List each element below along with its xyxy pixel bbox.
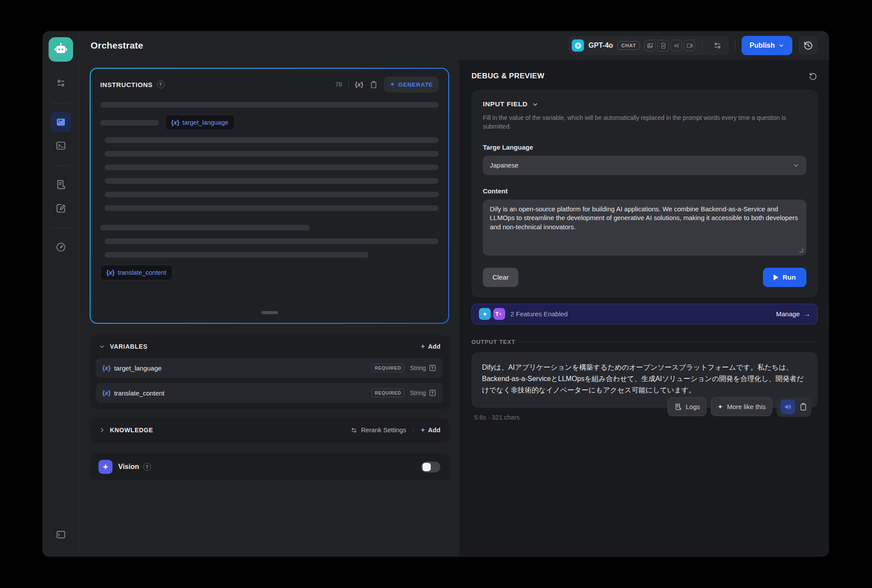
logs-button[interactable]: Logs [668, 397, 707, 416]
variable-name: translate_content [114, 389, 165, 397]
output-text: Difyは、AIアプリケーションを構築するためのオープンソースプラットフォームで… [482, 362, 807, 396]
run-button[interactable]: Run [763, 268, 806, 287]
variable-chip-translate-content[interactable]: {x} translate_content [100, 265, 172, 280]
audio-capability-icon [671, 40, 682, 51]
string-type-icon [429, 364, 436, 372]
collapse-variables-button[interactable] [98, 343, 105, 350]
toolbar-divider [348, 81, 349, 88]
document-capability-icon [658, 40, 669, 51]
sidebar-item-terminal[interactable] [51, 136, 71, 156]
sidebar-divider [52, 165, 70, 166]
plus-icon: + [421, 426, 425, 434]
sidebar-item-logs[interactable] [51, 175, 71, 195]
features-enabled-text: 2 Features Enabled [510, 310, 568, 318]
generate-button[interactable]: ✦ GENERATE [384, 77, 439, 92]
variable-chip-label: translate_content [118, 269, 166, 276]
model-name: GPT-4o [588, 42, 613, 49]
target-language-label: Targe Language [483, 144, 806, 151]
more-like-this-button[interactable]: ✦ More like this [711, 397, 772, 416]
sidebar-item-annotation[interactable] [51, 198, 71, 218]
features-bar[interactable]: ✦ T 2 Features Enabled Manage → [471, 304, 818, 325]
publish-label: Publish [749, 42, 775, 49]
vision-title: Vision [118, 463, 139, 471]
header-divider [735, 40, 735, 51]
chevron-right-icon [98, 427, 105, 434]
clear-button[interactable]: Clear [483, 268, 518, 287]
copy-button[interactable] [369, 80, 378, 89]
plus-icon: + [421, 342, 425, 351]
content-input[interactable]: Dify is an open-source platform for buil… [483, 200, 806, 254]
skeleton-line [105, 178, 439, 184]
resize-grip-icon[interactable] [799, 248, 803, 252]
vision-panel: Vision ? [90, 454, 449, 480]
skeleton-line [105, 164, 439, 170]
rerank-label: Rerank Settings [361, 427, 406, 434]
model-selector[interactable]: GPT-4o CHAT [568, 36, 729, 55]
help-icon[interactable]: ? [157, 80, 165, 88]
speaker-icon [784, 402, 792, 411]
manage-features-button[interactable]: Manage → [776, 310, 810, 318]
sidebar-item-orchestrate[interactable] [51, 112, 71, 132]
openai-logo [572, 39, 584, 52]
gauge-icon [55, 242, 67, 253]
text-to-speech-button[interactable] [781, 399, 795, 414]
instructions-panel: INSTRUCTIONS ? 78 {x} [90, 68, 449, 324]
arrow-right-icon: → [804, 310, 810, 318]
audio-actions [777, 397, 812, 417]
pill-divider [702, 40, 703, 51]
run-label: Run [783, 273, 796, 281]
chevron-down-icon [792, 162, 799, 169]
app-logo-robot[interactable] [49, 37, 73, 62]
string-type-icon [429, 389, 436, 397]
rerank-settings-button[interactable]: Rerank Settings [350, 427, 406, 434]
text-to-speech-feature-icon: T [493, 308, 505, 320]
restart-conversation-button[interactable] [808, 71, 818, 81]
expand-knowledge-button[interactable] [98, 427, 105, 434]
input-field-header[interactable]: INPUT FIELD [483, 100, 806, 108]
add-knowledge-button[interactable]: + Add [421, 426, 440, 434]
chevron-down-icon [98, 343, 105, 350]
skeleton-line [105, 192, 439, 197]
required-badge: REQUIRED [371, 388, 404, 397]
skeleton-line [100, 225, 310, 231]
clipboard-icon [799, 402, 808, 411]
sidebar-collapse-button[interactable] [51, 525, 71, 545]
logs-label: Logs [686, 403, 700, 410]
model-config-button[interactable] [710, 38, 725, 53]
knowledge-title: KNOWLEDGE [110, 427, 153, 434]
help-icon[interactable]: ? [143, 463, 151, 471]
add-label: Add [428, 427, 440, 434]
sidebar-item-monitoring[interactable] [51, 237, 71, 257]
input-field-card: INPUT FIELD Fill in the value of the var… [471, 90, 818, 298]
skeleton-line [100, 120, 159, 126]
sidebar-item-settings[interactable] [51, 73, 71, 93]
copy-output-button[interactable] [799, 402, 808, 411]
skeleton-line [105, 151, 439, 157]
sidebar [42, 31, 79, 557]
publish-button[interactable]: Publish [742, 36, 792, 55]
target-language-select[interactable]: Japanese [483, 156, 806, 175]
video-capability-icon [684, 40, 695, 51]
vision-capability-icon [644, 40, 656, 51]
input-field-title: INPUT FIELD [483, 100, 527, 108]
vision-toggle[interactable] [421, 462, 440, 472]
variable-row-target-language[interactable]: {x} target_language REQUIRED String [96, 358, 443, 378]
sliders-icon [713, 41, 722, 50]
clipboard-icon [369, 80, 378, 89]
variable-chip-target-language[interactable]: {x} target_language [165, 115, 235, 130]
variable-chip-label: target_language [183, 119, 229, 126]
resize-handle[interactable] [261, 311, 278, 314]
debug-title: DEBUG & PREVIEW [471, 72, 545, 80]
sidebar-divider [52, 228, 70, 228]
sparkle-icon: ✦ [717, 403, 723, 411]
select-value: Japanese [490, 161, 518, 169]
prompt-editor[interactable]: {x} target_language [91, 95, 448, 323]
sliders-icon [350, 427, 358, 434]
toggle-knob [422, 463, 431, 471]
skeleton-line [105, 252, 369, 258]
insert-variable-button[interactable]: {x} [355, 81, 363, 88]
variable-row-translate-content[interactable]: {x} translate_content REQUIRED String [96, 383, 443, 403]
add-variable-button[interactable]: + Add [421, 342, 440, 351]
history-button[interactable] [798, 36, 818, 55]
knowledge-panel: KNOWLEDGE Rerank Settings [90, 418, 449, 442]
